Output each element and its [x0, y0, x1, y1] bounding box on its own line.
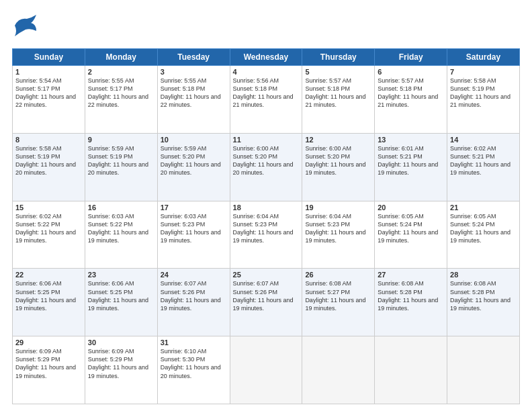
day-info: Sunrise: 6:00 AMSunset: 5:20 PMDaylight:… [233, 145, 294, 176]
day-info: Sunrise: 5:57 AMSunset: 5:18 PMDaylight:… [378, 77, 438, 108]
calendar-cell: 12 Sunrise: 6:00 AMSunset: 5:20 PMDaylig… [302, 133, 375, 201]
calendar-cell: 7 Sunrise: 5:58 AMSunset: 5:19 PMDayligh… [447, 66, 520, 134]
day-number: 19 [305, 203, 371, 212]
day-info: Sunrise: 6:06 AMSunset: 5:25 PMDaylight:… [15, 280, 76, 311]
calendar-header-thursday: Thursday [302, 49, 375, 66]
header [12, 12, 520, 42]
calendar-cell [230, 336, 302, 404]
calendar-header-sunday: Sunday [13, 49, 85, 66]
day-info: Sunrise: 6:00 AMSunset: 5:20 PMDaylight:… [305, 145, 365, 176]
day-info: Sunrise: 6:06 AMSunset: 5:25 PMDaylight:… [88, 280, 148, 311]
day-info: Sunrise: 5:54 AMSunset: 5:17 PMDaylight:… [15, 77, 76, 108]
day-number: 5 [305, 68, 371, 76]
day-info: Sunrise: 6:02 AMSunset: 5:22 PMDaylight:… [15, 213, 76, 244]
day-number: 24 [161, 271, 227, 279]
day-number: 12 [305, 136, 371, 144]
calendar-cell: 23 Sunrise: 6:06 AMSunset: 5:25 PMDaylig… [85, 269, 157, 336]
calendar-cell [302, 336, 375, 404]
calendar-cell: 13 Sunrise: 6:01 AMSunset: 5:21 PMDaylig… [375, 133, 447, 201]
calendar-week-row: 8 Sunrise: 5:58 AMSunset: 5:19 PMDayligh… [13, 133, 520, 201]
day-number: 27 [378, 271, 444, 279]
day-info: Sunrise: 6:07 AMSunset: 5:26 PMDaylight:… [161, 280, 221, 311]
day-info: Sunrise: 6:03 AMSunset: 5:23 PMDaylight:… [161, 213, 221, 244]
day-number: 22 [15, 271, 82, 279]
day-info: Sunrise: 6:08 AMSunset: 5:28 PMDaylight:… [450, 280, 511, 311]
day-info: Sunrise: 5:57 AMSunset: 5:18 PMDaylight:… [305, 77, 365, 108]
day-info: Sunrise: 6:04 AMSunset: 5:23 PMDaylight:… [233, 213, 294, 244]
calendar-cell: 8 Sunrise: 5:58 AMSunset: 5:19 PMDayligh… [13, 133, 85, 201]
calendar-week-row: 15 Sunrise: 6:02 AMSunset: 5:22 PMDaylig… [13, 201, 520, 269]
calendar-header-saturday: Saturday [447, 49, 520, 66]
calendar-cell: 15 Sunrise: 6:02 AMSunset: 5:22 PMDaylig… [13, 201, 85, 269]
calendar-cell: 1 Sunrise: 5:54 AMSunset: 5:17 PMDayligh… [13, 66, 85, 134]
calendar-cell: 3 Sunrise: 5:55 AMSunset: 5:18 PMDayligh… [157, 66, 230, 134]
calendar-week-row: 22 Sunrise: 6:06 AMSunset: 5:25 PMDaylig… [13, 269, 520, 336]
calendar-cell: 18 Sunrise: 6:04 AMSunset: 5:23 PMDaylig… [230, 201, 302, 269]
calendar-cell: 27 Sunrise: 6:08 AMSunset: 5:28 PMDaylig… [375, 269, 447, 336]
day-info: Sunrise: 5:58 AMSunset: 5:19 PMDaylight:… [15, 145, 76, 176]
calendar-cell: 6 Sunrise: 5:57 AMSunset: 5:18 PMDayligh… [375, 66, 447, 134]
day-number: 7 [450, 68, 517, 76]
logo-bird-icon [12, 12, 39, 42]
day-number: 30 [88, 338, 154, 347]
day-info: Sunrise: 5:58 AMSunset: 5:19 PMDaylight:… [450, 77, 511, 108]
day-number: 14 [450, 136, 517, 144]
calendar-cell: 14 Sunrise: 6:02 AMSunset: 5:21 PMDaylig… [447, 133, 520, 201]
calendar-cell: 24 Sunrise: 6:07 AMSunset: 5:26 PMDaylig… [157, 269, 230, 336]
day-info: Sunrise: 6:08 AMSunset: 5:28 PMDaylight:… [378, 280, 438, 311]
calendar-week-row: 1 Sunrise: 5:54 AMSunset: 5:17 PMDayligh… [13, 66, 520, 134]
calendar-cell: 16 Sunrise: 6:03 AMSunset: 5:22 PMDaylig… [85, 201, 157, 269]
calendar-header-tuesday: Tuesday [157, 49, 230, 66]
calendar-cell: 25 Sunrise: 6:07 AMSunset: 5:26 PMDaylig… [230, 269, 302, 336]
day-number: 21 [450, 203, 517, 212]
day-number: 13 [378, 136, 444, 144]
day-number: 9 [88, 136, 154, 144]
day-number: 4 [233, 68, 300, 76]
day-info: Sunrise: 5:55 AMSunset: 5:17 PMDaylight:… [88, 77, 148, 108]
day-number: 17 [161, 203, 227, 212]
day-info: Sunrise: 6:08 AMSunset: 5:27 PMDaylight:… [305, 280, 365, 311]
day-info: Sunrise: 5:59 AMSunset: 5:20 PMDaylight:… [161, 145, 221, 176]
calendar-cell: 30 Sunrise: 6:09 AMSunset: 5:29 PMDaylig… [85, 336, 157, 404]
calendar-cell: 4 Sunrise: 5:56 AMSunset: 5:18 PMDayligh… [230, 66, 302, 134]
day-info: Sunrise: 6:04 AMSunset: 5:23 PMDaylight:… [305, 213, 365, 244]
calendar-cell: 10 Sunrise: 5:59 AMSunset: 5:20 PMDaylig… [157, 133, 230, 201]
day-number: 25 [233, 271, 300, 279]
calendar-cell: 5 Sunrise: 5:57 AMSunset: 5:18 PMDayligh… [302, 66, 375, 134]
day-info: Sunrise: 5:55 AMSunset: 5:18 PMDaylight:… [161, 77, 221, 108]
day-number: 18 [233, 203, 300, 212]
calendar-week-row: 29 Sunrise: 6:09 AMSunset: 5:29 PMDaylig… [13, 336, 520, 404]
day-number: 28 [450, 271, 517, 279]
day-info: Sunrise: 6:07 AMSunset: 5:26 PMDaylight:… [233, 280, 294, 311]
page: SundayMondayTuesdayWednesdayThursdayFrid… [0, 0, 532, 411]
calendar-cell: 26 Sunrise: 6:08 AMSunset: 5:27 PMDaylig… [302, 269, 375, 336]
calendar-header-wednesday: Wednesday [230, 49, 302, 66]
calendar-cell: 11 Sunrise: 6:00 AMSunset: 5:20 PMDaylig… [230, 133, 302, 201]
calendar-cell: 17 Sunrise: 6:03 AMSunset: 5:23 PMDaylig… [157, 201, 230, 269]
day-number: 8 [15, 136, 82, 144]
calendar-cell: 20 Sunrise: 6:05 AMSunset: 5:24 PMDaylig… [375, 201, 447, 269]
calendar-cell: 31 Sunrise: 6:10 AMSunset: 5:30 PMDaylig… [157, 336, 230, 404]
day-number: 20 [378, 203, 444, 212]
day-number: 15 [15, 203, 82, 212]
day-info: Sunrise: 6:05 AMSunset: 5:24 PMDaylight:… [378, 213, 438, 244]
logo [12, 12, 42, 42]
calendar-cell: 21 Sunrise: 6:05 AMSunset: 5:24 PMDaylig… [447, 201, 520, 269]
day-number: 31 [161, 338, 227, 347]
day-number: 23 [88, 271, 154, 279]
calendar-table: SundayMondayTuesdayWednesdayThursdayFrid… [12, 48, 520, 404]
day-info: Sunrise: 5:56 AMSunset: 5:18 PMDaylight:… [233, 77, 294, 108]
day-info: Sunrise: 6:09 AMSunset: 5:29 PMDaylight:… [88, 348, 148, 379]
day-info: Sunrise: 6:01 AMSunset: 5:21 PMDaylight:… [378, 145, 438, 176]
day-info: Sunrise: 5:59 AMSunset: 5:19 PMDaylight:… [88, 145, 148, 176]
day-number: 26 [305, 271, 371, 279]
day-number: 10 [161, 136, 227, 144]
day-number: 1 [15, 68, 82, 76]
day-info: Sunrise: 6:09 AMSunset: 5:29 PMDaylight:… [15, 348, 76, 379]
day-number: 3 [161, 68, 227, 76]
calendar-cell [375, 336, 447, 404]
day-number: 2 [88, 68, 154, 76]
day-info: Sunrise: 6:02 AMSunset: 5:21 PMDaylight:… [450, 145, 511, 176]
day-info: Sunrise: 6:10 AMSunset: 5:30 PMDaylight:… [161, 348, 221, 379]
calendar-cell: 29 Sunrise: 6:09 AMSunset: 5:29 PMDaylig… [13, 336, 85, 404]
